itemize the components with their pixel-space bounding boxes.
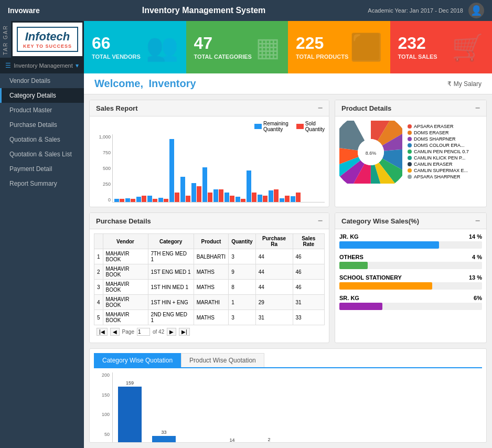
quot-bars-area: 159 JR. KG 33 OTHERS 2 SR. KG 14 Station…: [112, 372, 482, 443]
product-minimize[interactable]: −: [475, 103, 480, 113]
cell-category: 7TH ENG MED 1: [148, 249, 194, 264]
sidebar-item-product-master[interactable]: Product Master: [0, 103, 84, 118]
middle-panel-row: Purchase Details − Vendor Category Produ…: [89, 212, 487, 343]
stat-icon-products: ⬛: [350, 32, 382, 62]
cell-product: MATHS: [194, 310, 228, 325]
academic-year: Academic Year: Jan 2017 - Dec 2018: [368, 7, 463, 14]
bar-sold: [131, 199, 135, 202]
bar-sold: [285, 196, 290, 202]
sidebar-section[interactable]: ☰ Inventory Management ▾: [0, 58, 84, 73]
pie-legend: APSARA ERASERDOMS ERASERDOMS SHARPNERDOM…: [408, 124, 469, 180]
cat-header: SCHOOL STATIONERY 13 %: [339, 274, 482, 281]
cat-label: OTHERS: [339, 254, 363, 260]
table-row: 4 MAHAVIR BOOK 1ST HIN + ENG MARATHI 1 2…: [94, 295, 325, 310]
cell-vendor: MAHAVIR BOOK: [103, 264, 148, 280]
page-title: Inventory Management System: [142, 6, 266, 15]
bar-sold: [153, 199, 157, 202]
purchase-details-title: Purchase Details: [96, 217, 151, 225]
pie-legend-label: DOMS COLOUR ERA...: [414, 143, 465, 148]
bar-group-1: [125, 198, 135, 202]
sidebar-item-quotation-&-sales[interactable]: Quotation & Sales: [0, 132, 84, 147]
next-page-btn[interactable]: ▶: [167, 328, 176, 336]
sidebar-item-category-details[interactable]: Category Details: [0, 88, 84, 103]
cat-label: JR. KG: [339, 233, 359, 240]
quotation-panel: Category Wise QuotationProduct Wise Quot…: [89, 348, 487, 443]
cell-qty: 3: [229, 249, 256, 264]
top-panel-row: Sales Report − RemainingQuantity: [89, 100, 487, 207]
sidebar-item-report-summary[interactable]: Report Summary: [0, 176, 84, 191]
cell-sales-rate: 31: [293, 295, 324, 310]
first-page-btn[interactable]: |◀: [97, 328, 108, 336]
cat-label: SR. KG: [339, 295, 359, 301]
quot-bar-group-1: 33 OTHERS: [152, 430, 176, 443]
sales-report-minimize[interactable]: −: [318, 103, 323, 113]
cat-pct: 6%: [474, 295, 482, 301]
sidebar-item-vendor-details[interactable]: Vendor Details: [0, 73, 84, 88]
cell-category: 1ST HIN + ENG: [148, 295, 194, 310]
purchase-table: Vendor Category Product Quantity Purchas…: [94, 233, 325, 325]
pie-legend-item: CAMLIN SUPERMAX E...: [408, 168, 469, 173]
bar-remaining: [125, 198, 130, 202]
cat-bar: [339, 241, 439, 249]
cell-vendor: MAHAVIR BOOK: [103, 249, 148, 264]
bar-sold: [241, 199, 245, 202]
legend-remaining-color: [254, 124, 262, 129]
stat-card-categories: 47 TOTAL CATEGORIES ▦: [186, 21, 288, 73]
stat-card-vendors: 66 TOTAL VENDORS 👥: [84, 21, 186, 73]
sidebar-logo: Infotech KEY TO SUCCESS: [11, 21, 84, 58]
svg-text:8.6%: 8.6%: [366, 151, 377, 156]
bar-remaining: [224, 193, 229, 202]
sidebar-item-payment-detail[interactable]: Payment Detail: [0, 162, 84, 176]
legend-items: RemainingQuantity SoldQuantity: [254, 121, 325, 132]
cell-purchase-rate: 29: [255, 295, 293, 310]
quot-bar-group-4: 2 SCHOOLSTATIONERY: [254, 437, 284, 443]
purchase-table-body: 1 MAHAVIR BOOK 7TH ENG MED 1 BALBHARTI 3…: [94, 249, 325, 325]
quotation-tab-product-wise-quotation[interactable]: Product Wise Quotation: [181, 353, 264, 367]
sidebar-item-quotation-&-sales-list[interactable]: Quotation & Sales List: [0, 147, 84, 162]
pie-legend-label: DOMS ERASER: [414, 130, 449, 135]
quot-bar-val: 33: [161, 430, 166, 435]
pie-legend-label: DOMS SHARPNER: [414, 136, 456, 142]
cell-purchase-rate: 44: [255, 264, 293, 280]
page-input[interactable]: [137, 328, 150, 336]
bar-sold: [164, 199, 168, 202]
bar-sold: [230, 196, 234, 202]
quotation-tab-category-wise-quotation[interactable]: Category Wise Quotation: [94, 353, 181, 367]
cat-bar: [339, 262, 368, 269]
bar-remaining: [213, 189, 218, 202]
sidebar-item-purchase-details[interactable]: Purchase Details: [0, 118, 84, 132]
col-qty: Quantity: [229, 234, 256, 249]
cell-vendor: MAHAVIR BOOK: [103, 295, 148, 310]
bar-group-13: [258, 195, 268, 202]
bar-group-14: [269, 189, 279, 202]
product-details-title: Product Details: [341, 104, 391, 112]
bar-remaining: [202, 167, 207, 202]
top-bar: Invoware Inventory Management System Aca…: [0, 0, 492, 21]
prev-page-btn[interactable]: ◀: [110, 328, 120, 336]
bar-sold: [197, 186, 201, 202]
pie-legend-item: DOMS SHARPNER: [408, 136, 469, 142]
cell-product: MATHS: [194, 280, 228, 295]
stat-card-products: 225 TOTAL PRODUCTS ⬛: [288, 21, 390, 73]
sales-report-header: Sales Report −: [90, 100, 329, 116]
bar-group-7: [191, 183, 201, 202]
category-sales-minimize[interactable]: −: [475, 216, 480, 226]
product-details-header: Product Details −: [335, 100, 486, 116]
bar-sold: [263, 196, 268, 202]
purchase-minimize[interactable]: −: [318, 216, 323, 226]
category-item-sr.-kg: SR. KG 6%: [339, 295, 482, 310]
category-sales-header: Category Wise Sales(%) −: [335, 213, 486, 229]
bar-group-5: [169, 139, 179, 202]
last-page-btn[interactable]: ▶|: [179, 328, 190, 336]
cell-category: 2ND ENG MED 1: [148, 310, 194, 325]
salary-link[interactable]: ₹ My Salary: [447, 80, 482, 88]
content-area: 66 TOTAL VENDORS 👥 47 TOTAL CATEGORIES ▦…: [84, 21, 492, 448]
cell-vendor: MAHAVIR BOOK: [103, 280, 148, 295]
pie-legend-dot: [408, 131, 412, 135]
cat-bar-bg: [339, 241, 482, 249]
bar-remaining: [280, 198, 284, 202]
welcome-name: Inventory: [149, 78, 196, 89]
stat-icon-sales: 🛒: [452, 32, 484, 62]
sales-report-panel: Sales Report − RemainingQuantity: [89, 100, 329, 207]
cat-pct: 13 %: [469, 274, 482, 281]
